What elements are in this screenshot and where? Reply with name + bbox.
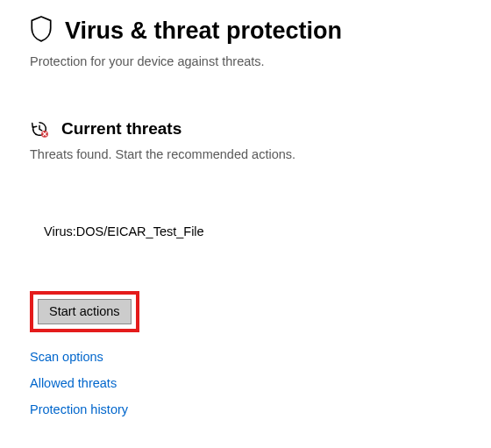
links-group: Scan options Allowed threats Protection … xyxy=(30,350,463,416)
scan-options-link[interactable]: Scan options xyxy=(30,350,463,364)
section-title: Current threats xyxy=(61,119,181,139)
start-actions-highlight: Start actions xyxy=(30,291,139,332)
section-subtitle: Threats found. Start the recommended act… xyxy=(30,147,463,161)
threat-name: Virus:DOS/EICAR_Test_File xyxy=(44,224,204,238)
page-header: Virus & threat protection xyxy=(30,16,463,46)
shield-icon xyxy=(30,16,53,46)
protection-history-link[interactable]: Protection history xyxy=(30,402,463,416)
current-threats-section: Current threats Threats found. Start the… xyxy=(30,119,463,416)
page-title: Virus & threat protection xyxy=(65,18,342,45)
allowed-threats-link[interactable]: Allowed threats xyxy=(30,376,463,390)
start-actions-button[interactable]: Start actions xyxy=(38,299,132,324)
page-subtitle: Protection for your device against threa… xyxy=(30,54,463,68)
section-header: Current threats xyxy=(30,119,463,139)
threat-item[interactable]: Virus:DOS/EICAR_Test_File xyxy=(44,224,463,238)
history-alert-icon xyxy=(30,119,49,139)
